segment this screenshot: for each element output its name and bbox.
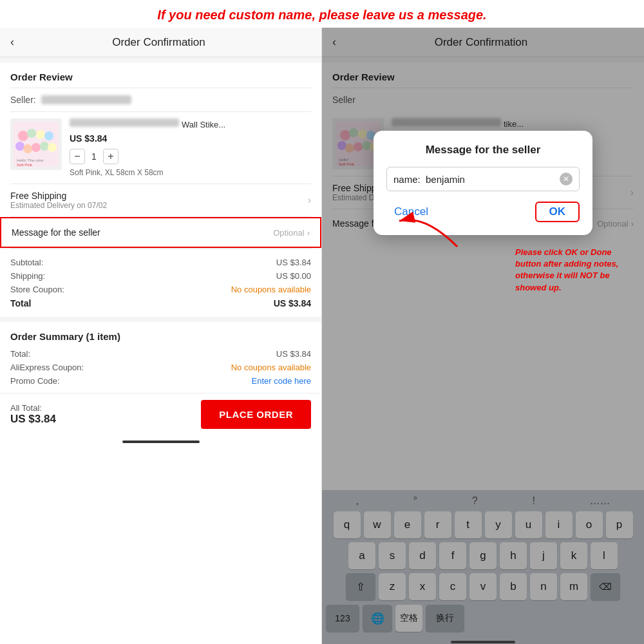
left-header: ‹ Order Confirmation	[0, 28, 321, 57]
left-order-summary-title: Order Summary (1 item)	[10, 331, 311, 342]
svg-text:Soft Pink: Soft Pink	[17, 163, 33, 167]
dialog-input-row[interactable]: ✕	[386, 167, 580, 191]
left-promo-row: Promo Code: Enter code here	[10, 374, 311, 388]
dialog-buttons: Cancel OK	[386, 202, 580, 222]
svg-point-7	[32, 143, 41, 152]
place-order-button[interactable]: PLACE ORDER	[201, 400, 311, 429]
svg-text:Hello! The color: Hello! The color	[17, 158, 44, 162]
left-shipping-row[interactable]: Free Shipping Estimated Delivery on 07/0…	[0, 184, 321, 216]
left-product-variant: Soft Pink, XL 58cm X 58cm	[70, 168, 311, 177]
left-order-summary: Order Summary (1 item) Total: US $3.84 A…	[0, 322, 321, 390]
svg-point-1	[18, 131, 28, 141]
svg-point-2	[27, 129, 36, 138]
svg-point-8	[40, 142, 49, 151]
annotation-text: Please click OK or Done button after add…	[515, 247, 638, 294]
left-title: Order Confirmation	[22, 36, 296, 49]
left-shipping-info: Free Shipping Estimated Delivery on 07/0…	[10, 191, 107, 210]
left-seller-name-blur	[41, 95, 131, 104]
left-subtotal-row: Subtotal: US $3.84	[10, 256, 311, 269]
dialog-cancel-button[interactable]: Cancel	[386, 203, 436, 221]
svg-point-4	[44, 131, 53, 140]
left-coupon-row: Store Coupon: No coupons available	[10, 283, 311, 296]
seller-message-dialog: Message for the seller ✕ Cancel OK	[374, 131, 592, 235]
left-product-price: US $3.84	[70, 133, 311, 144]
left-total-row: Total US $3.84	[10, 296, 311, 310]
dialog-ok-button[interactable]: OK	[535, 202, 580, 222]
left-panel: ‹ Order Confirmation Order Review Seller…	[0, 28, 322, 644]
svg-point-5	[15, 142, 24, 151]
left-product-name-blur	[70, 118, 179, 127]
left-shipping-chevron: ›	[308, 194, 311, 206]
left-shipping-total-row: Shipping: US $0.00	[10, 269, 311, 283]
left-seller-row: Seller:	[0, 88, 321, 111]
left-message-row[interactable]: Message for the seller Optional ›	[0, 217, 321, 248]
left-message-optional: Optional ›	[273, 228, 310, 238]
left-coupon-val[interactable]: No coupons available	[231, 285, 311, 294]
left-summary-total-row: Total: US $3.84	[10, 347, 311, 361]
left-order-review-label: Order Review	[0, 62, 321, 88]
left-promo-val[interactable]: Enter code here	[251, 376, 311, 386]
left-product-details: Wall Stike... US $3.84 − 1 + Soft Pink, …	[70, 118, 311, 177]
svg-point-6	[23, 144, 32, 153]
left-all-total-row: All Total: US $3.84 PLACE ORDER	[0, 393, 321, 435]
left-qty-increase[interactable]: +	[103, 149, 118, 164]
left-qty-decrease[interactable]: −	[70, 149, 85, 164]
top-banner: If you need custom name, please leave us…	[0, 0, 644, 28]
dialog-clear-button[interactable]: ✕	[560, 173, 573, 185]
left-all-total-info: All Total: US $3.84	[10, 403, 56, 426]
left-message-label: Message for the seller	[12, 227, 100, 238]
svg-point-3	[36, 130, 45, 139]
dialog-title: Message for the seller	[386, 144, 580, 156]
left-back-arrow[interactable]: ‹	[10, 35, 14, 49]
left-qty-value: 1	[91, 151, 97, 162]
left-product-name-suffix: Wall Stike...	[182, 120, 225, 129]
left-aliexpress-coupon-row: AliExpress Coupon: No coupons available	[10, 361, 311, 374]
left-order-totals: Subtotal: US $3.84 Shipping: US $0.00 St…	[0, 249, 321, 317]
left-aliexpress-coupon-val[interactable]: No coupons available	[231, 363, 311, 372]
svg-point-9	[48, 143, 57, 152]
dialog-message-input[interactable]	[393, 174, 560, 185]
right-dialog-overlay: Message for the seller ✕ Cancel OK	[322, 28, 644, 644]
left-product-row: Hello! The color Soft Pink Wall Stike...…	[0, 112, 321, 184]
right-panel: ‹ Order Confirmation Order Review Seller	[322, 28, 644, 644]
left-product-image: Hello! The color Soft Pink	[10, 118, 62, 170]
left-qty-row: − 1 +	[70, 149, 311, 164]
